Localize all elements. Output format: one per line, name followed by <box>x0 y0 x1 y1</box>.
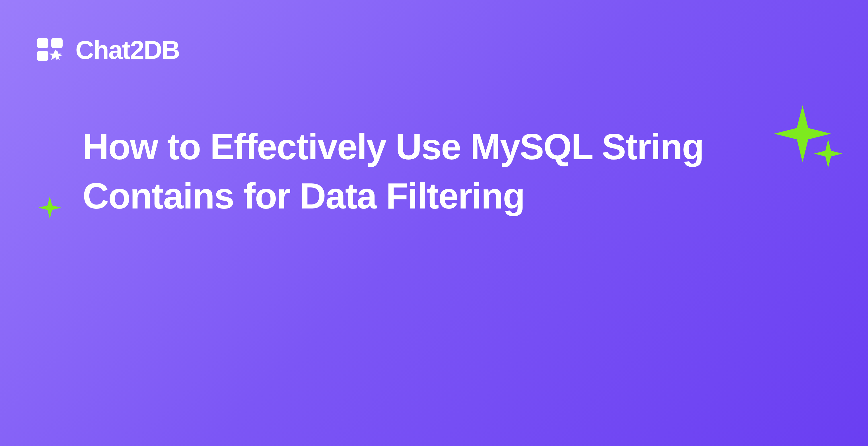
sparkle-icon <box>814 139 842 168</box>
page-title: How to Effectively Use MySQL String Cont… <box>83 122 709 221</box>
logo-text: Chat2DB <box>75 36 180 65</box>
sparkle-icon <box>38 196 61 219</box>
brand-logo: Chat2DB <box>37 36 180 65</box>
logo-icon <box>37 38 68 62</box>
svg-rect-1 <box>51 38 63 48</box>
svg-rect-2 <box>37 51 49 61</box>
svg-rect-0 <box>37 38 49 48</box>
